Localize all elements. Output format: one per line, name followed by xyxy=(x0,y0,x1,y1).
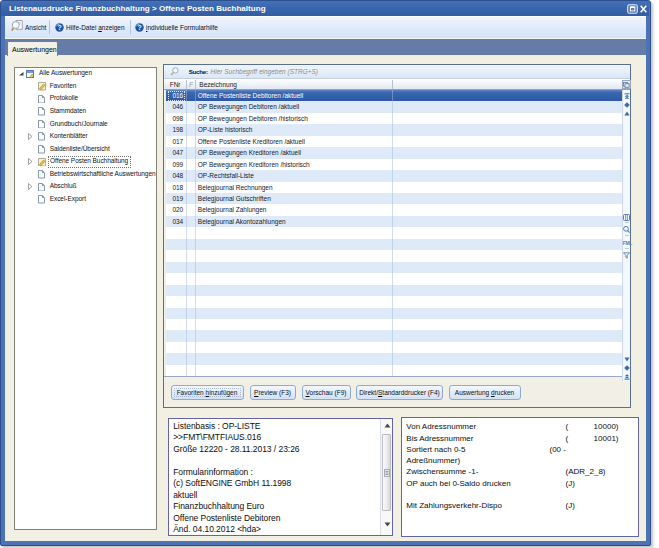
svg-text:?: ? xyxy=(138,24,142,31)
svg-text:?: ? xyxy=(58,24,62,31)
